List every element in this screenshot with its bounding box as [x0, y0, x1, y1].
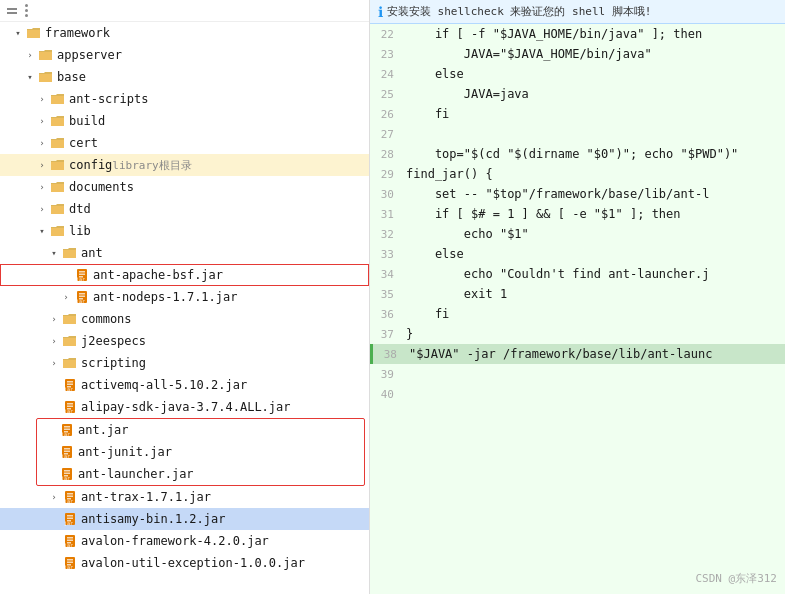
arrow-icon — [24, 49, 36, 61]
item-label: cert — [69, 136, 98, 150]
tree-item-ant-nodeps-1.7.1.jar[interactable]: jar ant-nodeps-1.7.1.jar — [0, 286, 369, 308]
tree-item-cert[interactable]: cert — [0, 132, 369, 154]
code-line: 28 top="$(cd "$(dirname "$0")"; echo "$P… — [370, 144, 785, 164]
jar-icon: jar — [62, 400, 78, 414]
arrow-icon — [36, 93, 48, 105]
line-number: 31 — [370, 208, 402, 221]
folder-icon — [50, 136, 66, 150]
line-number: 34 — [370, 268, 402, 281]
tree-item-antisamy-bin.1.2.jar[interactable]: jar antisamy-bin.1.2.jar — [0, 508, 369, 530]
jar-icon: jar — [59, 445, 75, 459]
tree-item-ant-launcher.jar[interactable]: jar ant-launcher.jar — [37, 463, 364, 485]
info-text: 安装安装 shellcheck 来验证您的 shell 脚本哦! — [387, 4, 651, 19]
line-content: fi — [402, 107, 785, 121]
tree-item-ant.jar[interactable]: jar ant.jar — [37, 419, 364, 441]
arrow-icon — [48, 357, 60, 369]
item-label: avalon-util-exception-1.0.0.jar — [81, 556, 305, 570]
tree-item-lib[interactable]: lib — [0, 220, 369, 242]
tree-item-ant-trax-1.7.1.jar[interactable]: jar ant-trax-1.7.1.jar — [0, 486, 369, 508]
svg-rect-52 — [67, 562, 73, 564]
arrow-icon — [48, 491, 60, 503]
line-content: JAVA="$JAVA_HOME/bin/java" — [402, 47, 785, 61]
tree-item-dtd[interactable]: dtd — [0, 198, 369, 220]
folder-icon — [50, 202, 66, 216]
item-label: appserver — [57, 48, 122, 62]
folder-icon — [26, 26, 42, 40]
file-tree-panel: framework appserver base ant-scripts bui… — [0, 0, 370, 594]
item-label: j2eespecs — [81, 334, 146, 348]
tree-item-avalon-framework-4.2.0.jar[interactable]: jar avalon-framework-4.2.0.jar — [0, 530, 369, 552]
tree-item-scripting[interactable]: scripting — [0, 352, 369, 374]
folder-icon — [50, 92, 66, 106]
line-number: 40 — [370, 388, 402, 401]
code-line: 29find_jar() { — [370, 164, 785, 184]
tree-item-ant-apache-bsf.jar[interactable]: jar ant-apache-bsf.jar — [0, 264, 369, 286]
svg-text:jar: jar — [61, 431, 70, 437]
arrow-icon — [36, 159, 48, 171]
svg-text:jar: jar — [64, 498, 73, 504]
tree-item-appserver[interactable]: appserver — [0, 44, 369, 66]
code-line: 34 echo "Couldn't find ant-launcher.j — [370, 264, 785, 284]
info-bar: ℹ 安装安装 shellcheck 来验证您的 shell 脚本哦! — [370, 0, 785, 24]
arrow-icon — [48, 313, 60, 325]
svg-text:jar: jar — [64, 408, 73, 414]
code-area[interactable]: 22 if [ -f "$JAVA_HOME/bin/java" ]; then… — [370, 24, 785, 594]
tree-item-j2eespecs[interactable]: j2eespecs — [0, 330, 369, 352]
line-content: else — [402, 247, 785, 261]
item-label: base — [57, 70, 86, 84]
svg-rect-27 — [64, 451, 70, 453]
line-number: 22 — [370, 28, 402, 41]
arrow-icon — [36, 115, 48, 127]
jar-icon: jar — [62, 534, 78, 548]
tree-item-framework[interactable]: framework — [0, 22, 369, 44]
tree-item-activemq-all-5.10.2.jar[interactable]: jar activemq-all-5.10.2.jar — [0, 374, 369, 396]
folder-icon — [38, 48, 54, 62]
folder-icon — [50, 224, 66, 238]
tree-item-ant[interactable]: ant — [0, 242, 369, 264]
code-line: 24 else — [370, 64, 785, 84]
svg-rect-47 — [67, 540, 73, 542]
tree-item-commons[interactable]: commons — [0, 308, 369, 330]
svg-text:jar: jar — [61, 475, 70, 481]
line-content: find_jar() { — [402, 167, 785, 181]
item-label: lib — [69, 224, 91, 238]
item-label: ant-launcher.jar — [78, 467, 194, 481]
item-label: commons — [81, 312, 132, 326]
code-line: 32 echo "$1" — [370, 224, 785, 244]
item-label: ant-apache-bsf.jar — [93, 268, 223, 282]
line-number: 26 — [370, 108, 402, 121]
tree-item-ant-scripts[interactable]: ant-scripts — [0, 88, 369, 110]
code-line: 22 if [ -f "$JAVA_HOME/bin/java" ]; then — [370, 24, 785, 44]
tree-item-avalon-util-exception-1.0.0.jar[interactable]: jar avalon-util-exception-1.0.0.jar — [0, 552, 369, 574]
line-content: fi — [402, 307, 785, 321]
tree-item-base[interactable]: base — [0, 66, 369, 88]
folder-icon — [62, 246, 78, 260]
code-line: 39 — [370, 364, 785, 384]
code-line: 40 — [370, 384, 785, 404]
layout-icon[interactable] — [4, 5, 20, 17]
item-label: ant-nodeps-1.7.1.jar — [93, 290, 238, 304]
watermark: CSDN @东泽312 — [695, 571, 777, 586]
tree-item-config[interactable]: config library根目录 — [0, 154, 369, 176]
line-content: "$JAVA" -jar /framework/base/lib/ant-lau… — [405, 347, 785, 361]
line-content: echo "$1" — [402, 227, 785, 241]
svg-rect-37 — [67, 496, 73, 498]
code-line: 31 if [ $# = 1 ] && [ -e "$1" ]; then — [370, 204, 785, 224]
line-number: 33 — [370, 248, 402, 261]
arrow-icon — [60, 291, 72, 303]
arrow-icon — [36, 181, 48, 193]
svg-text:jar: jar — [76, 276, 85, 282]
arrow-icon — [36, 225, 48, 237]
tree-item-documents[interactable]: documents — [0, 176, 369, 198]
item-label: avalon-framework-4.2.0.jar — [81, 534, 269, 548]
info-icon: ℹ — [378, 4, 383, 20]
dots-icon[interactable] — [22, 1, 31, 20]
arrow-icon — [24, 71, 36, 83]
folder-icon — [38, 70, 54, 84]
arrow-icon — [48, 335, 60, 347]
tree-item-alipay-sdk-java-3.7.4.ALL.jar[interactable]: jar alipay-sdk-java-3.7.4.ALL.jar — [0, 396, 369, 418]
tree-item-ant-junit.jar[interactable]: jar ant-junit.jar — [37, 441, 364, 463]
jar-icon: jar — [74, 290, 90, 304]
tree-item-build[interactable]: build — [0, 110, 369, 132]
folder-icon — [50, 180, 66, 194]
